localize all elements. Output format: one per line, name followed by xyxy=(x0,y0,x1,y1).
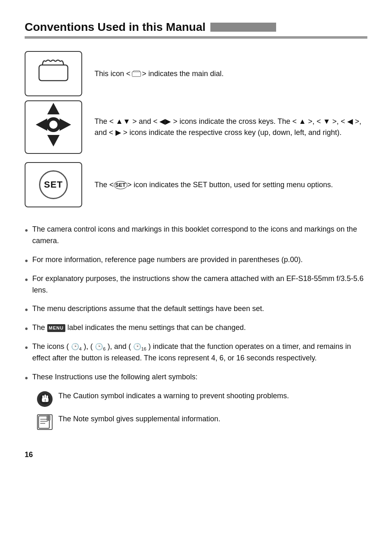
icon-row-set-button: SET The <SET> icon indicates the SET but… xyxy=(25,162,367,207)
set-button-description: The <SET> icon indicates the SET button,… xyxy=(95,179,367,190)
bullet-section: ● The camera control icons and markings … xyxy=(25,224,367,383)
svg-rect-11 xyxy=(44,395,46,398)
note-icon xyxy=(37,414,53,430)
bullet-item-4: ● The menu descriptions assume that the … xyxy=(25,303,367,315)
svg-text:!: ! xyxy=(45,398,46,402)
set-button-icon: SET xyxy=(39,170,68,199)
bullet-text-3: For explanatory purposes, the instructio… xyxy=(32,273,367,296)
bullet-dot-2: ● xyxy=(25,256,28,265)
page-title: Conventions Used in this Manual xyxy=(25,21,367,39)
alert-row-caution: ! ! The Caution symbol indicates a warni… xyxy=(37,390,367,407)
bullet-text-6: The icons ( 🕑4 ), ( 🕑6 ), and ( 🕑16 ) in… xyxy=(32,341,367,364)
bullet-text-5: The MENU label indicates the menu settin… xyxy=(32,322,367,334)
bullet-text-4: The menu descriptions assume that the de… xyxy=(32,303,367,315)
icon-row-main-dial: This icon <> indicates the main dial. xyxy=(25,51,367,96)
svg-point-7 xyxy=(49,121,58,129)
bullet-item-7: ● These Instructions use the following a… xyxy=(25,372,367,383)
svg-rect-10 xyxy=(42,395,44,398)
bullet-item-1: ● The camera control icons and markings … xyxy=(25,224,367,247)
icon-row-cross-keys: The < ▲▼ > and < ◀▶ > icons indicate the… xyxy=(25,100,367,154)
main-dial-description: This icon <> indicates the main dial. xyxy=(95,68,367,79)
bullet-item-6: ● The icons ( 🕑4 ), ( 🕑6 ), and ( 🕑16 ) … xyxy=(25,341,367,364)
bullet-dot-1: ● xyxy=(25,226,28,235)
bullet-item-2: ● For more information, reference page n… xyxy=(25,254,367,266)
svg-marker-5 xyxy=(60,118,71,131)
menu-label: MENU xyxy=(47,324,65,332)
main-dial-box xyxy=(25,51,82,96)
svg-marker-3 xyxy=(47,135,60,146)
bullet-text-7: These Instructions use the following ale… xyxy=(32,372,367,383)
svg-rect-0 xyxy=(39,65,68,81)
bullet-text-2: For more information, reference page num… xyxy=(32,254,367,266)
main-dial-icon xyxy=(35,58,72,90)
bullet-dot-5: ● xyxy=(25,324,28,333)
bullet-dot-3: ● xyxy=(25,275,28,284)
bullet-dot-7: ● xyxy=(25,374,28,383)
icon-section: This icon <> indicates the main dial. xyxy=(25,51,367,211)
bullet-dot-4: ● xyxy=(25,305,28,314)
set-button-box: SET xyxy=(25,162,82,207)
page-number: 16 xyxy=(25,451,367,459)
svg-rect-12 xyxy=(46,395,48,398)
cross-keys-description: The < ▲▼ > and < ◀▶ > icons indicate the… xyxy=(95,116,367,138)
caution-description: The Caution symbol indicates a warning t… xyxy=(58,390,289,402)
cross-keys-box xyxy=(25,100,82,154)
svg-marker-4 xyxy=(36,118,47,131)
bullet-text-5-after: label indicates the menu settings that c… xyxy=(65,323,246,332)
caution-icon: ! ! xyxy=(37,391,53,407)
title-bar-decoration xyxy=(210,23,276,32)
svg-rect-1 xyxy=(132,72,141,76)
bullet-text-1: The camera control icons and markings in… xyxy=(32,224,367,247)
cross-keys-icon xyxy=(35,102,72,152)
bullet-item-5: ● The MENU label indicates the menu sett… xyxy=(25,322,367,334)
title-text: Conventions Used in this Manual xyxy=(25,21,205,34)
bullet-dot-6: ● xyxy=(25,343,28,352)
note-description: The Note symbol gives supplemental infor… xyxy=(58,413,220,425)
alert-row-note: The Note symbol gives supplemental infor… xyxy=(37,413,367,430)
alert-symbols-section: ! ! The Caution symbol indicates a warni… xyxy=(37,390,367,430)
bullet-text-5-before: The xyxy=(32,323,47,332)
svg-marker-2 xyxy=(47,103,60,114)
bullet-item-3: ● For explanatory purposes, the instruct… xyxy=(25,273,367,296)
